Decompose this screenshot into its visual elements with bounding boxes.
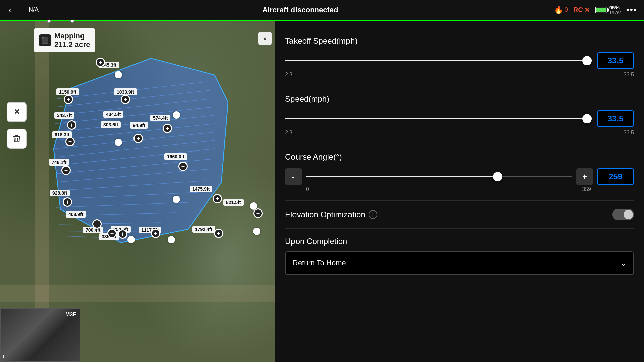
elevation-label: Elevation Optimization [285,210,365,219]
plus-btn[interactable]: + [178,162,188,171]
speed-slider-row: 33.5 [285,110,634,127]
waypoint [115,139,122,146]
speed-range: 2.3 33.5 [285,130,634,136]
dist-label: 928.8ft [50,190,70,196]
takeoff-speed-value[interactable]: 33.5 [597,52,634,69]
elevation-toggle[interactable] [612,209,634,220]
elevation-row: Elevation Optimization i [285,209,634,220]
completion-option: Return To Home [292,259,346,267]
course-angle-section: Course Angle(°) - + 259 0 359 [285,144,634,201]
plus-btn[interactable]: + [64,95,73,104]
dist-label: 408.9ft [66,211,86,218]
plus-btn[interactable]: + [163,124,172,133]
dist-label: 434.5ft [103,111,123,118]
battery-info: 95% 16.8V [609,5,621,15]
camera-model: M3E [65,312,76,318]
waypoint [173,196,180,203]
course-angle-value[interactable]: 259 [597,168,634,185]
dist-label: 574.4ft [150,115,170,121]
cancel-button[interactable]: ✕ [7,102,27,122]
mapping-icon: ⬛ [39,34,51,46]
course-angle-title: Course Angle(°) [285,152,634,162]
dist-label: 1150.9ft [56,88,79,95]
camera-corner-icon: L [3,354,6,359]
waypoint [250,202,257,210]
course-angle-fill [306,176,498,177]
expand-button[interactable]: » [258,32,272,45]
plus-btn[interactable]: + [67,120,76,130]
angle-plus-button[interactable]: + [576,168,593,185]
plus-btn[interactable]: + [92,219,102,229]
course-angle-max: 359 [582,186,591,192]
rc-x-icon: ✕ [584,6,590,14]
takeoff-speed-track[interactable] [285,60,592,61]
speed-track[interactable] [285,118,592,119]
plus-btn[interactable]: + [107,229,117,238]
dist-label: 700.4ft [83,227,103,233]
plus-btn[interactable]: + [121,95,130,104]
rc-status: RC ✕ [573,6,590,14]
elevation-section: Elevation Optimization i [285,201,634,229]
dist-label: 343.7ft [54,112,74,119]
takeoff-speed-min: 2.3 [285,72,292,78]
dist-label: 303.6ft [101,121,121,128]
battery-fill [596,8,606,12]
elevation-title: Elevation Optimization i [285,210,607,219]
map-area: ⬛ Mapping 211.2 acre » ✕ 945.3ft + 1150.… [0,21,275,362]
dist-label: 1792.4ft [192,226,215,233]
chevron-down-icon: ⌄ [620,258,627,268]
upon-completion-title: Upon Completion [285,237,634,246]
course-angle-thumb[interactable] [493,172,502,181]
plus-btn[interactable]: + [133,134,143,143]
plus-btn[interactable]: + [65,137,75,146]
speed-title: Speed(mph) [285,94,634,104]
plus-btn[interactable]: + [61,166,71,175]
battery-section: 95% 16.8V [595,5,621,15]
takeoff-speed-slider-row: 33.5 [285,52,634,69]
speed-max: 33.5 [624,130,634,136]
speed-thumb[interactable] [582,114,592,123]
mapping-area: 211.2 acre [54,40,90,49]
course-angle-min: 0 [306,186,309,192]
plus-btn[interactable]: + [253,208,263,218]
connection-status: Aircraft disconnected [47,6,554,14]
plus-btn[interactable]: + [214,229,223,238]
status-icons: 🔥 0 RC ✕ 95% 16.8V ••• [554,5,644,15]
angle-minus-button[interactable]: - [285,168,302,185]
dist-label: 1033.9ft [114,88,137,95]
more-button[interactable]: ••• [626,5,637,15]
mapping-type: Mapping [54,32,90,40]
info-icon[interactable]: i [369,210,377,219]
delete-button[interactable] [7,129,27,149]
progress-bar [0,20,644,21]
waypoint [168,236,175,243]
course-angle-range: 0 359 [306,186,591,192]
aircraft-name: N/A [20,6,47,13]
dist-label: 1475.9ft [190,186,212,192]
camera-preview: M3E L [0,308,80,362]
plus-btn[interactable]: + [96,58,105,67]
plus-btn[interactable]: + [63,197,72,207]
battery-percent: 95% [609,5,621,10]
dist-label: 821.5ft [223,199,244,206]
battery-voltage: 16.8V [609,10,621,15]
right-panel: Takeoff Speed(mph) 33.5 2.3 33.5 Speed(m… [275,21,644,362]
speed-section: Speed(mph) 33.5 2.3 33.5 [285,86,634,144]
takeoff-speed-thumb[interactable] [582,56,592,65]
speed-value[interactable]: 33.5 [597,110,634,127]
completion-dropdown[interactable]: Return To Home ⌄ [285,251,634,275]
course-angle-row: - + 259 [285,168,634,185]
waypoint [115,71,122,78]
plus-btn[interactable]: + [118,229,127,239]
plus-btn[interactable]: + [151,229,160,238]
back-button[interactable]: ‹ [0,0,20,20]
takeoff-speed-section: Takeoff Speed(mph) 33.5 2.3 33.5 [285,28,634,86]
course-angle-track[interactable] [306,176,572,177]
upon-completion-section: Upon Completion Return To Home ⌄ [285,229,634,283]
top-bar: ‹ N/A Aircraft disconnected 🔥 0 RC ✕ 95%… [0,0,644,20]
takeoff-speed-fill [285,60,592,61]
waypoint [173,111,180,119]
trash-icon [12,134,21,143]
plus-btn[interactable]: + [213,194,222,203]
rc-label: RC [573,6,583,14]
